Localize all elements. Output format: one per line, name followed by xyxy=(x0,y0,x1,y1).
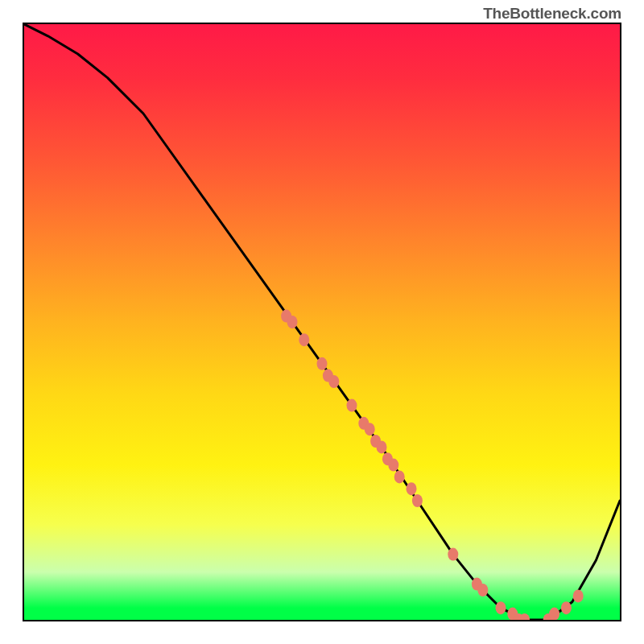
data-point xyxy=(328,375,339,388)
data-point xyxy=(388,459,398,472)
data-point xyxy=(412,494,423,507)
data-point xyxy=(287,316,298,328)
data-point xyxy=(407,482,417,495)
data-point xyxy=(377,440,387,453)
data-point xyxy=(299,333,309,346)
data-point xyxy=(317,357,328,370)
watermark-text: TheBottleneck.com xyxy=(483,5,621,23)
chart-svg xyxy=(24,24,620,620)
data-point xyxy=(394,470,405,483)
data-point xyxy=(561,601,572,614)
data-points xyxy=(281,310,584,620)
data-point xyxy=(477,584,488,597)
data-point xyxy=(365,423,375,436)
data-point xyxy=(573,589,584,602)
data-point xyxy=(347,399,357,412)
chart-container: TheBottleneck.com xyxy=(0,0,644,644)
data-point xyxy=(448,548,458,561)
data-point xyxy=(496,601,506,614)
plot-area xyxy=(23,23,621,621)
curve-path xyxy=(24,24,620,620)
data-point xyxy=(549,608,559,620)
